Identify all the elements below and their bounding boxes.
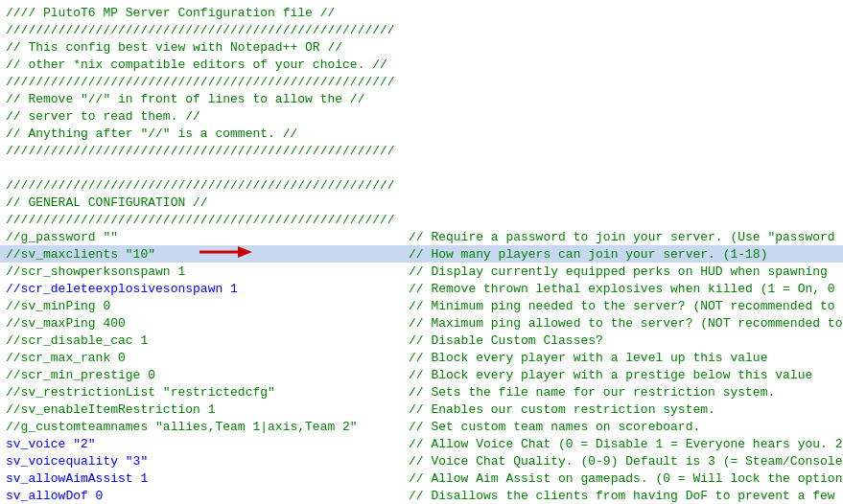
- code-right-17: // Remove thrown lethal explosives when …: [409, 282, 835, 296]
- code-right-23: // Sets the file name for our restrictio…: [409, 385, 775, 400]
- code-line-29: sv_allowDof 0 // Disallows the clients f…: [0, 487, 843, 504]
- code-line-20: //scr_disable_cac 1 // Disable Custom Cl…: [0, 332, 843, 349]
- code-right-27: // Voice Chat Quality. (0-9) Default is …: [409, 454, 842, 469]
- code-line-28: sv_allowAimAssist 1 // Allow Aim Assist …: [0, 470, 843, 487]
- code-left-12: // GENERAL CONFIGURATION //: [6, 195, 409, 210]
- code-right-26: // Allow Voice Chat (0 = Disable 1 = Eve…: [409, 437, 842, 451]
- code-left-5: ////////////////////////////////////////…: [6, 75, 409, 89]
- code-left-20: //scr_disable_cac 1: [6, 333, 409, 348]
- code-line-24: //sv_enableItemRestriction 1 // Enables …: [0, 401, 843, 418]
- code-line-5: ////////////////////////////////////////…: [0, 73, 843, 90]
- code-line-18: //sv_minPing 0 // Minimum ping needed to…: [0, 297, 843, 314]
- code-left-23: //sv_restrictionList "restrictedcfg": [6, 385, 409, 400]
- code-left-13: ////////////////////////////////////////…: [6, 213, 409, 227]
- code-line-1: //// PlutoT6 MP Server Configuration fil…: [0, 4, 843, 21]
- code-left-25: //g_customteamnames "allies,Team 1|axis,…: [6, 420, 409, 434]
- code-left-24: //sv_enableItemRestriction 1: [6, 402, 409, 417]
- code-line-2: ////////////////////////////////////////…: [0, 21, 843, 38]
- code-right-18: // Minimum ping needed to the server? (N…: [409, 299, 835, 313]
- code-line-16: //scr_showperksonspawn 1 // Display curr…: [0, 263, 843, 280]
- code-right-16: // Display currently equipped perks on H…: [409, 264, 828, 279]
- code-left-7: // server to read them. //: [6, 109, 409, 124]
- code-editor: //// PlutoT6 MP Server Configuration fil…: [0, 0, 843, 504]
- code-left-8: // Anything after "//" is a comment. //: [6, 126, 409, 141]
- code-line-11: ////////////////////////////////////////…: [0, 176, 843, 194]
- code-right-20: // Disable Custom Classes?: [409, 333, 603, 348]
- code-right-14: // Require a password to join your serve…: [409, 230, 835, 244]
- code-line-26: sv_voice "2" // Allow Voice Chat (0 = Di…: [0, 435, 843, 452]
- code-left-9: ////////////////////////////////////////…: [6, 144, 409, 158]
- code-right-24: // Enables our custom restriction system…: [409, 402, 715, 417]
- code-right-19: // Maximum ping allowed to the server? (…: [409, 316, 842, 331]
- code-line-27: sv_voicequality "3" // Voice Chat Qualit…: [0, 452, 843, 470]
- code-left-19: //sv_maxPing 400: [6, 316, 409, 331]
- code-left-21: //scr_max_rank 0: [6, 351, 409, 365]
- code-right-15: // How many players can join your server…: [409, 247, 767, 262]
- code-left-3: // This config best view with Notepad++ …: [6, 40, 409, 55]
- code-right-25: // Set custom team names on scoreboard.: [409, 420, 700, 434]
- code-line-4: // other *nix compatible editors of your…: [0, 56, 843, 73]
- code-line-12: // GENERAL CONFIGURATION //: [0, 194, 843, 211]
- code-line-8: // Anything after "//" is a comment. //: [0, 125, 843, 142]
- code-line-22: //scr_min_prestige 0 // Block every play…: [0, 366, 843, 383]
- code-left-27: sv_voicequality "3": [6, 454, 409, 469]
- code-line-6: // Remove "//" in front of lines to allo…: [0, 90, 843, 107]
- code-left-17: //scr_deleteexplosivesonspawn 1: [6, 282, 409, 296]
- code-line-17: //scr_deleteexplosivesonspawn 1 // Remov…: [0, 280, 843, 297]
- code-line-7: // server to read them. //: [0, 107, 843, 125]
- code-line-13: ////////////////////////////////////////…: [0, 211, 843, 228]
- code-line-15: //sv_maxclients "10" // How many players…: [0, 245, 843, 263]
- code-left-22: //scr_min_prestige 0: [6, 368, 409, 382]
- code-left-29: sv_allowDof 0: [6, 489, 409, 503]
- code-left-2: ////////////////////////////////////////…: [6, 23, 409, 37]
- code-left-26: sv_voice "2": [6, 437, 409, 451]
- code-left-11: ////////////////////////////////////////…: [6, 178, 409, 193]
- svg-marker-1: [238, 246, 252, 258]
- code-right-29: // Disallows the clients from having DoF…: [409, 489, 835, 503]
- code-line-10: [0, 159, 843, 176]
- code-line-23: //sv_restrictionList "restrictedcfg" // …: [0, 383, 843, 401]
- code-line-19: //sv_maxPing 400 // Maximum ping allowed…: [0, 314, 843, 332]
- code-line-9: ////////////////////////////////////////…: [0, 142, 843, 159]
- code-line-21: //scr_max_rank 0 // Block every player w…: [0, 349, 843, 366]
- code-right-22: // Block every player with a prestige be…: [409, 368, 812, 382]
- code-left-16: //scr_showperksonspawn 1: [6, 264, 409, 279]
- code-left-4: // other *nix compatible editors of your…: [6, 57, 409, 72]
- code-line-14: //g_password "" // Require a password to…: [0, 228, 843, 245]
- code-left-18: //sv_minPing 0: [6, 299, 409, 313]
- code-left-1: //// PlutoT6 MP Server Configuration fil…: [6, 6, 409, 20]
- code-left-28: sv_allowAimAssist 1: [6, 471, 409, 486]
- code-left-6: // Remove "//" in front of lines to allo…: [6, 92, 409, 106]
- code-line-3: // This config best view with Notepad++ …: [0, 38, 843, 56]
- code-right-21: // Block every player with a level up th…: [409, 351, 767, 365]
- code-right-28: // Allow Aim Assist on gamepads. (0 = Wi…: [409, 471, 842, 486]
- code-line-25: //g_customteamnames "allies,Team 1|axis,…: [0, 418, 843, 435]
